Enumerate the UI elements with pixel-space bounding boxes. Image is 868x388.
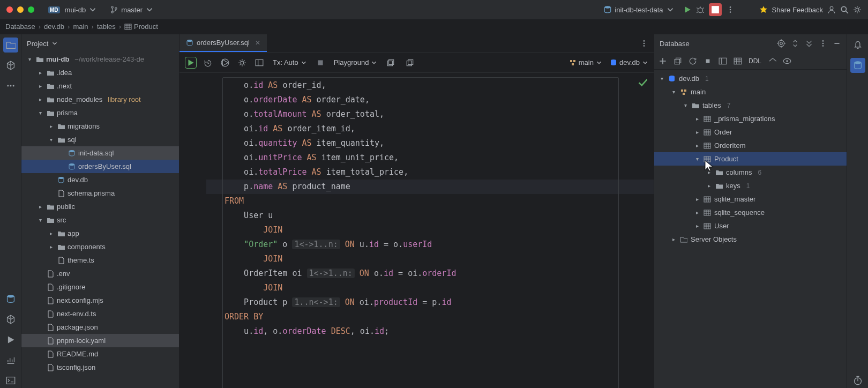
code-with-me-icon[interactable] bbox=[827, 5, 836, 14]
close-window[interactable] bbox=[6, 6, 13, 13]
explain-plan-button[interactable] bbox=[385, 57, 396, 69]
view-button[interactable] bbox=[783, 57, 791, 65]
tree-item[interactable]: ▸app bbox=[21, 227, 179, 240]
tree-item[interactable]: ·next-env.d.ts bbox=[21, 307, 179, 320]
settings-icon[interactable] bbox=[853, 5, 862, 14]
tree-item[interactable]: ·tsconfig.json bbox=[21, 361, 179, 374]
more-actions[interactable] bbox=[726, 5, 735, 14]
tree-item[interactable]: ▸.next bbox=[21, 79, 179, 93]
project-tool-button[interactable] bbox=[3, 38, 18, 53]
explain-analyze-button[interactable] bbox=[404, 57, 416, 69]
tree-item[interactable]: ·ordersByUser.sql bbox=[21, 160, 179, 173]
duplicate-button[interactable] bbox=[674, 57, 682, 65]
tree-item[interactable]: ·next.config.mjs bbox=[21, 294, 179, 307]
zoom-window[interactable] bbox=[28, 6, 34, 13]
tree-item[interactable]: ·.env bbox=[21, 267, 179, 280]
filter-icon[interactable] bbox=[805, 39, 813, 48]
collapse-icon[interactable] bbox=[791, 39, 799, 48]
crumb-main[interactable]: main bbox=[73, 23, 88, 31]
table-view-button[interactable] bbox=[734, 57, 742, 65]
db-tree-item[interactable]: ▾main bbox=[654, 85, 847, 99]
crumb-product[interactable]: Product bbox=[124, 23, 158, 31]
history-button[interactable] bbox=[202, 57, 214, 69]
project-tree[interactable]: ▾ mui-db ~/work/release-243-de ▸.idea▸.n… bbox=[21, 53, 179, 388]
db-tree-item[interactable]: ▸Order bbox=[654, 125, 847, 139]
profiler-tool-button[interactable] bbox=[3, 353, 18, 368]
db-tree-item[interactable]: ▾Product bbox=[654, 152, 847, 166]
db-tree-item[interactable]: ▾tables7 bbox=[654, 99, 847, 112]
crumb-tables[interactable]: tables bbox=[97, 23, 116, 31]
debug-button[interactable] bbox=[696, 5, 705, 14]
search-everywhere-icon[interactable] bbox=[840, 5, 849, 14]
tree-item[interactable]: ·pnpm-lock.yaml bbox=[21, 334, 179, 347]
db-tree-item[interactable]: ▸sqlite_sequence bbox=[654, 206, 847, 219]
crumb-devdb[interactable]: dev.db bbox=[44, 23, 64, 31]
share-feedback-link[interactable]: Share Feedback bbox=[772, 6, 823, 14]
minimize-icon[interactable] bbox=[833, 39, 841, 48]
db-tree-item[interactable]: ▸sqlite_master bbox=[654, 192, 847, 206]
tree-item[interactable]: ·package.json bbox=[21, 320, 179, 334]
tree-item[interactable]: ▾prisma bbox=[21, 106, 179, 120]
run-in-button[interactable] bbox=[219, 57, 231, 69]
tree-item[interactable]: ·.gitignore bbox=[21, 280, 179, 294]
stop-button[interactable] bbox=[709, 3, 722, 16]
stop-query-button[interactable] bbox=[315, 57, 326, 69]
code-editor[interactable]: o.id AS order_id, o.orderDate AS order_d… bbox=[179, 73, 654, 388]
db-tree-item[interactable]: ▸User bbox=[654, 219, 847, 233]
close-icon[interactable]: ✕ bbox=[255, 39, 260, 47]
notifications-tool-button[interactable] bbox=[850, 38, 865, 53]
diagram-button[interactable] bbox=[768, 57, 776, 65]
run-config-selector[interactable]: init-db-test-data bbox=[599, 4, 678, 16]
new-datasource-button[interactable] bbox=[659, 57, 667, 65]
tree-item[interactable]: ▸migrations bbox=[21, 120, 179, 133]
tree-item[interactable]: ▸public bbox=[21, 200, 179, 213]
datasource-selector[interactable]: dev.db bbox=[610, 58, 648, 66]
tree-item[interactable]: ▸components bbox=[21, 240, 179, 253]
tree-item[interactable]: ·init-data.sql bbox=[21, 146, 179, 160]
project-panel-header[interactable]: Project bbox=[21, 34, 179, 53]
crumb-database[interactable]: Database bbox=[5, 23, 35, 31]
db-tree-item[interactable]: ▸_prisma_migrations bbox=[654, 112, 847, 125]
refresh-button[interactable] bbox=[689, 57, 697, 65]
tree-item[interactable]: ▸node_moduleslibrary root bbox=[21, 93, 179, 106]
terminal-tool-button[interactable] bbox=[3, 373, 18, 388]
project-selector[interactable]: MD mui-db bbox=[44, 4, 101, 16]
stopwatch-tool-button[interactable] bbox=[850, 373, 865, 388]
tree-item[interactable]: ▾src bbox=[21, 213, 179, 227]
database-tree[interactable]: ▾dev.db1▾main▾tables7▸_prisma_migrations… bbox=[654, 70, 847, 388]
tree-item[interactable]: ·dev.db bbox=[21, 173, 179, 186]
db-tree-item[interactable]: ▸columns6 bbox=[654, 166, 847, 179]
more-tool-button[interactable] bbox=[3, 78, 18, 93]
run-tool-button[interactable] bbox=[3, 332, 18, 347]
structure-tool-button[interactable] bbox=[3, 58, 18, 73]
stop-button[interactable] bbox=[704, 57, 712, 65]
db-tree-item[interactable]: ▸OrderItem bbox=[654, 139, 847, 152]
tx-mode-selector[interactable]: Tx: Auto bbox=[273, 58, 307, 66]
layout-button[interactable] bbox=[253, 57, 265, 69]
database-tool-button-right[interactable] bbox=[850, 58, 865, 73]
jump-to-console-button[interactable] bbox=[719, 57, 727, 65]
tab-ordersbyuser[interactable]: ordersByUser.sql ✕ bbox=[179, 34, 267, 52]
vcs-branch[interactable]: master bbox=[106, 4, 158, 16]
locate-icon[interactable] bbox=[777, 39, 785, 48]
project-root[interactable]: ▾ mui-db ~/work/release-243-de bbox=[21, 53, 179, 66]
tree-item[interactable]: ·schema.prisma bbox=[21, 186, 179, 200]
run-button[interactable] bbox=[683, 5, 692, 14]
execute-button[interactable] bbox=[185, 57, 197, 69]
tree-item[interactable]: ▸.idea bbox=[21, 66, 179, 79]
panel-more-icon[interactable] bbox=[819, 39, 827, 48]
tree-item[interactable]: ·README.md bbox=[21, 347, 179, 361]
playground-selector[interactable]: Playground bbox=[334, 58, 378, 66]
schema-selector[interactable]: main bbox=[569, 58, 602, 66]
ddl-button[interactable]: DDL bbox=[749, 57, 761, 65]
minimize-window[interactable] bbox=[17, 6, 24, 13]
db-tree-item[interactable]: ▸keys1 bbox=[654, 179, 847, 192]
db-tree-item[interactable]: ▸Server Objects bbox=[654, 233, 847, 246]
database-tool-button[interactable] bbox=[3, 292, 18, 307]
services-tool-button[interactable] bbox=[3, 312, 18, 327]
tree-item[interactable]: ·theme.ts bbox=[21, 253, 179, 267]
db-tree-item[interactable]: ▾dev.db1 bbox=[654, 72, 847, 85]
tab-more-icon[interactable] bbox=[640, 39, 648, 48]
settings-button[interactable] bbox=[236, 57, 248, 69]
tree-item[interactable]: ▾sql bbox=[21, 133, 179, 146]
